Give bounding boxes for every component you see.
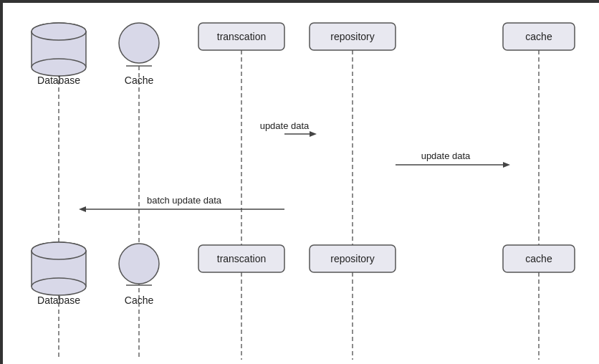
cache-box2-label: cache — [525, 253, 552, 264]
sequence-diagram: Database Cache transcation repository ca… — [0, 0, 599, 364]
svg-point-29 — [119, 244, 159, 284]
svg-point-11 — [32, 23, 86, 40]
transcation1-label: transcation — [217, 31, 266, 42]
diagram-svg: Database Cache transcation repository ca… — [1, 1, 599, 364]
transcation2-label: transcation — [217, 253, 266, 264]
svg-point-12 — [119, 23, 159, 63]
cache-box1-label: cache — [525, 31, 552, 42]
repository1-label: repository — [330, 31, 374, 42]
arrow1-label: update data — [260, 120, 310, 131]
repository2-label: repository — [330, 253, 374, 264]
arrow2-label: update data — [421, 150, 471, 161]
database2-label: Database — [37, 294, 80, 306]
cache1-label: Cache — [125, 75, 154, 86]
cache2-label: Cache — [125, 294, 154, 306]
svg-point-28 — [32, 242, 86, 259]
svg-point-10 — [32, 59, 86, 76]
arrow3-label: batch update data — [147, 195, 222, 206]
svg-rect-0 — [1, 1, 599, 364]
database1-label: Database — [37, 75, 80, 86]
svg-point-27 — [32, 278, 86, 295]
